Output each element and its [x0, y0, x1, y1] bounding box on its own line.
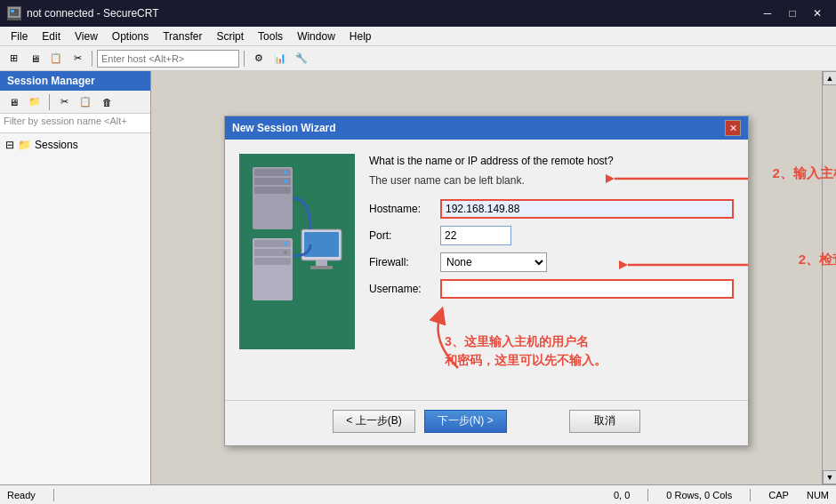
session-tree: ⊟ 📁 Sessions	[0, 133, 150, 156]
svg-point-9	[284, 180, 287, 183]
session-btn-2[interactable]: 📁	[25, 92, 44, 112]
expand-icon: ⊟	[5, 139, 14, 151]
dialog-question: What is the name or IP address of the re…	[369, 154, 734, 169]
svg-point-15	[284, 242, 287, 245]
annotation-area: 3、这里输入主机的用户名和密码，这里可以先不输入。	[369, 306, 734, 386]
username-row: Username:	[369, 279, 734, 299]
toolbar-btn-2[interactable]: 🖥	[25, 49, 44, 68]
toolbar: ⊞ 🖥 📋 ✂ ⚙ 📊 🔧	[0, 46, 836, 71]
annotation-3-text: 3、这里输入主机的用户名和密码，这里可以先不输入。	[445, 332, 607, 370]
menu-edit[interactable]: Edit	[35, 28, 68, 44]
session-btn-5[interactable]: 🗑	[97, 92, 117, 112]
hostname-label: Hostname:	[369, 203, 440, 215]
hostname-row: Hostname:	[369, 199, 734, 219]
status-sep-1	[53, 489, 54, 501]
hostname-input[interactable]	[440, 199, 734, 219]
scroll-track	[823, 85, 836, 470]
session-panel-title: Session Manager	[7, 75, 95, 87]
illustration-svg	[248, 158, 346, 345]
window-controls: ─ □ ✕	[756, 4, 829, 22]
dialog-subtitle: The user name can be left blank.	[369, 174, 734, 187]
status-sep-2	[647, 489, 648, 501]
session-btn-1[interactable]: 🖥	[4, 92, 23, 112]
menu-bar: File Edit View Options Transfer Script T…	[0, 27, 836, 46]
session-panel: Session Manager 🖥 📁 ✂ 📋 🗑 Filter by sess…	[0, 71, 151, 484]
session-panel-header: Session Manager	[0, 71, 150, 91]
svg-point-16	[284, 251, 287, 254]
svg-rect-19	[316, 260, 327, 266]
back-button[interactable]: < 上一步(B)	[333, 410, 414, 433]
svg-rect-2	[11, 13, 18, 14]
dialog-overlay: New Session Wizard ✕	[151, 71, 822, 484]
port-label: Port:	[369, 229, 440, 242]
toolbar-btn-6[interactable]: 📊	[270, 49, 290, 68]
dialog-illustration	[239, 154, 355, 349]
firewall-select[interactable]: None	[440, 252, 547, 272]
username-input[interactable]	[440, 279, 734, 299]
firewall-label: Firewall:	[369, 256, 440, 268]
enter-host-input[interactable]	[97, 50, 239, 68]
firewall-row: Firewall: None	[369, 252, 734, 272]
next-button[interactable]: 下一步(N) >	[424, 410, 507, 433]
folder-icon: 📁	[18, 139, 31, 151]
dialog-form: What is the name or IP address of the re…	[369, 154, 734, 386]
status-num: NUM	[807, 490, 829, 500]
main-area: Session Manager 🖥 📁 ✂ 📋 🗑 Filter by sess…	[0, 71, 836, 484]
status-sep-3	[750, 489, 751, 501]
close-button[interactable]: ✕	[806, 4, 829, 22]
right-scrollbar: ▲ ▼	[822, 71, 836, 484]
menu-file[interactable]: File	[4, 28, 35, 44]
title-bar: not connected - SecureCRT ─ □ ✕	[0, 0, 836, 27]
dialog-footer: < 上一步(B) 下一步(N) > 取消	[225, 400, 748, 445]
svg-rect-3	[11, 15, 16, 16]
scroll-up-button[interactable]: ▲	[823, 71, 836, 85]
menu-script[interactable]: Script	[209, 28, 251, 44]
menu-window[interactable]: Window	[290, 28, 342, 44]
scroll-down-button[interactable]: ▼	[823, 470, 836, 484]
status-ready: Ready	[7, 490, 36, 500]
svg-rect-20	[310, 266, 333, 269]
toolbar-separator-2	[244, 51, 245, 67]
svg-rect-1	[11, 10, 14, 12]
app-icon	[7, 6, 21, 20]
username-label: Username:	[369, 283, 440, 295]
window-title: not connected - SecureCRT	[27, 7, 756, 20]
sessions-label: Sessions	[35, 139, 78, 151]
session-panel-toolbar: 🖥 📁 ✂ 📋 🗑	[0, 91, 150, 114]
new-session-dialog: New Session Wizard ✕	[224, 116, 749, 446]
dialog-body: What is the name or IP address of the re…	[225, 140, 748, 400]
menu-view[interactable]: View	[68, 28, 105, 44]
menu-transfer[interactable]: Transfer	[156, 28, 209, 44]
sessions-tree-item[interactable]: ⊟ 📁 Sessions	[5, 139, 145, 151]
toolbar-btn-1[interactable]: ⊞	[4, 49, 23, 68]
status-bar: Ready 0, 0 0 Rows, 0 Cols CAP NUM	[0, 484, 836, 504]
session-btn-4[interactable]: 📋	[76, 92, 95, 112]
menu-help[interactable]: Help	[342, 28, 379, 44]
maximize-button[interactable]: □	[781, 4, 804, 22]
cancel-button[interactable]: 取消	[569, 410, 640, 433]
session-btn-3[interactable]: ✂	[54, 92, 74, 112]
session-sep	[49, 94, 50, 110]
toolbar-btn-7[interactable]: 🔧	[292, 49, 311, 68]
toolbar-btn-4[interactable]: ✂	[68, 49, 87, 68]
port-row: Port:	[369, 226, 734, 245]
port-input[interactable]	[440, 226, 511, 245]
menu-tools[interactable]: Tools	[251, 28, 290, 44]
status-cap: CAP	[768, 490, 789, 500]
dialog-close-button[interactable]: ✕	[725, 120, 741, 136]
svg-point-8	[284, 171, 287, 174]
svg-rect-14	[254, 258, 291, 265]
menu-options[interactable]: Options	[105, 28, 156, 44]
minimize-button[interactable]: ─	[756, 4, 779, 22]
toolbar-btn-5[interactable]: ⚙	[249, 49, 269, 68]
dialog-title-bar: New Session Wizard ✕	[225, 116, 748, 140]
session-filter-input[interactable]: Filter by session name <Alt+	[0, 114, 150, 133]
toolbar-separator	[92, 51, 92, 67]
svg-rect-11	[253, 238, 293, 300]
svg-rect-4	[253, 167, 293, 229]
toolbar-btn-3[interactable]: 📋	[46, 49, 66, 68]
session-filter-placeholder: Filter by session name <Alt+	[4, 116, 127, 126]
dialog-title: New Session Wizard	[232, 122, 725, 134]
svg-point-10	[284, 188, 287, 192]
content-area: New Session Wizard ✕	[151, 71, 822, 484]
